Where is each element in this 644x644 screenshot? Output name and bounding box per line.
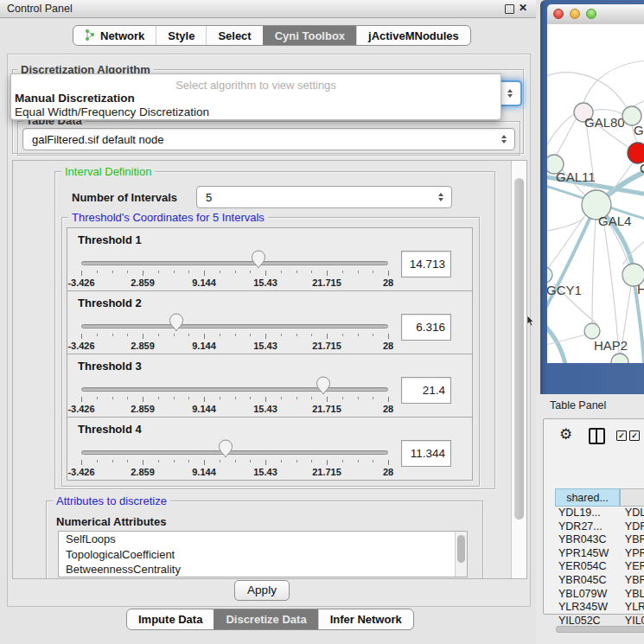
table-body: YDL19...YDL1YDR27...YDR2YBR043CYBR0YPR14…	[555, 507, 644, 627]
tab-infer-network[interactable]: Infer Network	[318, 609, 413, 629]
network-node-label: GAL11	[556, 169, 596, 184]
gear-icon[interactable]: ⚙	[559, 427, 572, 442]
popup-option-equal-width-frequency[interactable]: Equal Width/Frequency Discretization	[13, 105, 494, 119]
table-cell: YLR3	[620, 601, 644, 615]
checkbox-icon[interactable]: ✓	[629, 430, 640, 441]
slider-scale-label: 28	[383, 341, 393, 351]
table-cell: YER0	[620, 560, 644, 574]
slider-scale-label: 28	[383, 277, 393, 288]
table-row[interactable]: YER054CYER0	[555, 560, 644, 574]
network-edge	[547, 323, 565, 363]
close-button[interactable]	[553, 9, 564, 19]
table-panel-title: Table Panel	[550, 399, 606, 411]
table-data-combobox[interactable]: galFiltered.sif default node	[22, 128, 515, 150]
scrollbar-thumb[interactable]	[514, 178, 524, 520]
tab-cyni-toolbox[interactable]: Cyni Toolbox	[263, 26, 356, 45]
tab-select[interactable]: Select	[206, 26, 262, 45]
table-cell: YDL1	[620, 507, 644, 520]
network-edge	[556, 119, 576, 156]
table-cell: YIL052C	[555, 615, 620, 627]
checkbox-icon[interactable]: ✓	[616, 430, 627, 441]
minimize-button[interactable]	[570, 9, 580, 19]
control-panel-titlebar: Control Panel ✕	[0, 0, 536, 18]
table-cell: YBL0	[620, 588, 644, 602]
threshold-value-field[interactable]: 14.713	[401, 251, 451, 277]
table-row[interactable]: YBL079WYBL0	[555, 588, 644, 602]
interval-definition-title: Interval Definition	[61, 165, 155, 178]
network-node[interactable]	[611, 354, 628, 363]
slider-scale-label: 28	[383, 404, 393, 414]
numerical-attributes-list: SelfLoopsTopologicalCoefficientBetweenne…	[58, 531, 468, 577]
column-header-name[interactable]: n	[620, 488, 644, 507]
table-cell: YDR2	[620, 520, 644, 534]
threshold-slider-thumb[interactable]	[251, 249, 266, 269]
threshold-value-field[interactable]: 11.344	[401, 440, 451, 467]
table-cell: YBR043C	[555, 533, 620, 547]
attribute-list-item[interactable]: TopologicalCoefficient	[59, 547, 467, 563]
slider-scale-label: 9.144	[192, 404, 216, 414]
table-panel: Table Panel ⚙ ✓ ✓ shared... n YDL19...YD…	[536, 394, 644, 644]
slider-scale-label: 15.43	[253, 467, 277, 477]
tab-jactivemnodules[interactable]: jActiveMNodules	[356, 26, 470, 45]
table-data-value: galFiltered.sif default node	[23, 133, 497, 146]
table-cell: YDL19...	[555, 507, 620, 520]
tab-network[interactable]: Network	[73, 26, 156, 45]
threshold-panel: Threshold 4-3.4262.8599.14415.4321.71528…	[67, 417, 473, 481]
slider-scale-label: 2.859	[131, 341, 155, 351]
table-row[interactable]: YIL052CYIL0	[555, 615, 644, 627]
mouse-cursor	[526, 315, 534, 330]
tab-impute-data[interactable]: Impute Data	[127, 609, 214, 629]
tab-discretize-data[interactable]: Discretize Data	[214, 609, 317, 629]
number-of-intervals-combobox[interactable]: 5	[196, 186, 452, 208]
attribute-list-item[interactable]: BetweennessCentrality	[59, 562, 467, 577]
settings-vertical-scrollbar[interactable]	[511, 161, 526, 578]
float-window-icon[interactable]	[505, 4, 514, 14]
number-of-intervals-value: 5	[197, 191, 434, 204]
table-cell: YPR1	[620, 547, 644, 561]
slider-scale-label: 15.43	[253, 404, 277, 414]
apply-button[interactable]: Apply	[234, 580, 290, 601]
slider-scale-label: 2.859	[131, 277, 155, 288]
application-root: Control Panel ✕ Network Style Select Cyn…	[0, 0, 644, 644]
slider-scale-label: 21.715	[312, 341, 341, 351]
tab-network-label: Network	[100, 29, 144, 42]
slider-scale-label: -3.426	[67, 404, 94, 414]
network-node[interactable]	[584, 323, 600, 339]
threshold-slider-thumb[interactable]	[316, 375, 331, 395]
algorithm-popup-hint: Select algorithm to view settings	[11, 79, 501, 92]
column-header-shared-name[interactable]: shared...	[555, 488, 620, 507]
thresholds-group-title: Threshold's Coordinates for 5 Intervals	[68, 211, 268, 224]
slider-scale-label: 9.144	[192, 341, 216, 351]
network-node[interactable]	[547, 267, 552, 283]
close-panel-icon[interactable]: ✕	[519, 2, 527, 14]
tab-style[interactable]: Style	[156, 26, 206, 45]
attribute-list-item[interactable]: SelfLoops	[59, 532, 467, 547]
network-edge	[547, 73, 627, 108]
numerical-attributes-label: Numerical Attributes	[56, 515, 166, 528]
table-row[interactable]: YDL19...YDL1	[555, 507, 644, 520]
bottom-tabbar: Impute Data Discretize Data Infer Networ…	[126, 609, 414, 630]
number-of-intervals-label: Number of Intervals	[72, 191, 177, 204]
node-table: shared... n YDL19...YDL1YDR27...YDR2YBR0…	[555, 488, 644, 592]
network-canvas[interactable]: GAL80GACGAL11GAL4GCY1HHAP2	[547, 24, 644, 363]
network-node-label: C	[640, 161, 644, 175]
table-horizontal-scrollbar[interactable]	[556, 626, 644, 633]
table-cell: YBR0	[620, 574, 644, 588]
table-cell: YBR045C	[555, 574, 620, 588]
attributes-list-scrollbar[interactable]	[455, 532, 467, 577]
table-row[interactable]: YBR043CYBR0	[555, 533, 644, 547]
zoom-button[interactable]	[586, 9, 596, 19]
attribute-items: SelfLoopsTopologicalCoefficientBetweenne…	[59, 532, 467, 577]
table-row[interactable]: YDR27...YDR2	[555, 520, 644, 534]
threshold-slider-thumb[interactable]	[169, 312, 184, 332]
control-panel-tabbar: Network Style Select Cyni Toolbox jActiv…	[73, 25, 471, 46]
table-row[interactable]: YPR145WYPR1	[555, 547, 644, 561]
table-row[interactable]: YLR345WYLR3	[555, 601, 644, 615]
threshold-slider-thumb[interactable]	[218, 438, 233, 458]
columns-icon[interactable]	[589, 428, 605, 444]
popup-option-manual-discretization[interactable]: Manual Discretization	[13, 91, 494, 105]
threshold-value-field[interactable]: 6.316	[401, 314, 451, 341]
table-row[interactable]: YBR045CYBR0	[555, 574, 644, 588]
table-cell: YIL0	[620, 615, 644, 627]
threshold-value-field[interactable]: 21.4	[401, 377, 451, 404]
